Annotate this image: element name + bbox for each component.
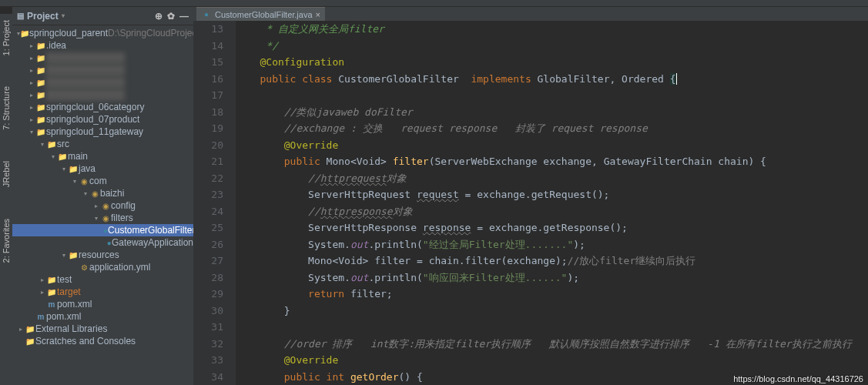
tree-node[interactable]: ▸ target	[12, 286, 193, 298]
tree-node[interactable]: GatewayApplication	[12, 236, 193, 249]
tree-node[interactable]: ▾ springcloud_parent D:\SpringCloudProje…	[12, 27, 193, 39]
tree-node[interactable]: ▸ External Libraries	[12, 323, 193, 335]
project-sidebar: ▤ Project ▾ ⊕ ✿ — ▾ springcloud_parent D…	[12, 7, 193, 385]
tree-node[interactable]: ▾ filters	[12, 212, 193, 224]
vtab-favorites[interactable]: 2: Favorites	[2, 219, 11, 263]
minimize-icon[interactable]: —	[179, 11, 189, 22]
tree-node[interactable]: ▸ springcloud_07product	[12, 113, 193, 126]
tree-node[interactable]: application.yml	[12, 261, 193, 273]
tree-node[interactable]: ▾ resources	[12, 249, 193, 261]
tree-node[interactable]: Scratches and Consoles	[12, 335, 193, 347]
tree-node[interactable]: ▸████████████	[12, 52, 193, 64]
tree-node[interactable]: ▾ com	[12, 175, 193, 187]
editor-area: CustomerGlobalFilter.java × 131415161718…	[193, 7, 868, 385]
sidebar-header: ▤ Project ▾ ⊕ ✿ —	[12, 7, 193, 25]
tree-node[interactable]: pom.xml	[12, 310, 193, 323]
tree-node[interactable]: ▾ springcloud_11gateway	[12, 126, 193, 138]
tree-node[interactable]: pom.xml	[12, 298, 193, 310]
vtab-project[interactable]: 1: Project	[2, 20, 11, 55]
tree-node[interactable]: ▸ .idea	[12, 39, 193, 52]
gear-icon[interactable]: ✿	[167, 11, 175, 22]
tree-node[interactable]: ▾ java	[12, 162, 193, 175]
tab-label: CustomerGlobalFilter.java	[215, 10, 313, 19]
project-tree[interactable]: ▾ springcloud_parent D:\SpringCloudProje…	[12, 25, 193, 385]
vtab-jrebel[interactable]: JRebel	[2, 161, 11, 187]
tree-node[interactable]: ▸████████████	[12, 76, 193, 89]
editor-tabs: CustomerGlobalFilter.java ×	[193, 7, 868, 21]
tree-node[interactable]: CustomerGlobalFilter	[12, 224, 193, 236]
tree-node[interactable]: ▸████████████	[12, 89, 193, 101]
tree-node[interactable]: ▾ src	[12, 138, 193, 150]
sidebar-title[interactable]: ▤ Project ▾	[17, 11, 65, 22]
code-pane[interactable]: 1314151617181920212223242526272829303132…	[193, 21, 868, 385]
vtab-structure[interactable]: 7: Structure	[2, 86, 11, 130]
tree-node[interactable]: ▾ baizhi	[12, 187, 193, 199]
tree-node[interactable]: ▾ main	[12, 150, 193, 162]
top-toolbar	[0, 0, 868, 7]
class-icon	[201, 10, 212, 18]
close-icon[interactable]: ×	[316, 10, 320, 19]
tree-node[interactable]: ▸████████████	[12, 64, 193, 76]
locate-icon[interactable]: ⊕	[155, 11, 163, 22]
watermark: https://blog.csdn.net/qq_44316726	[733, 374, 863, 383]
tree-node[interactable]: ▸ config	[12, 199, 193, 212]
tree-node[interactable]: ▸ test	[12, 273, 193, 286]
tree-node[interactable]: ▸ springcloud_06category	[12, 101, 193, 113]
tab-file[interactable]: CustomerGlobalFilter.java ×	[196, 7, 325, 21]
vertical-toolwindow-tabs[interactable]: 1: Project 7: Structure JRebel 2: Favori…	[0, 14, 12, 385]
